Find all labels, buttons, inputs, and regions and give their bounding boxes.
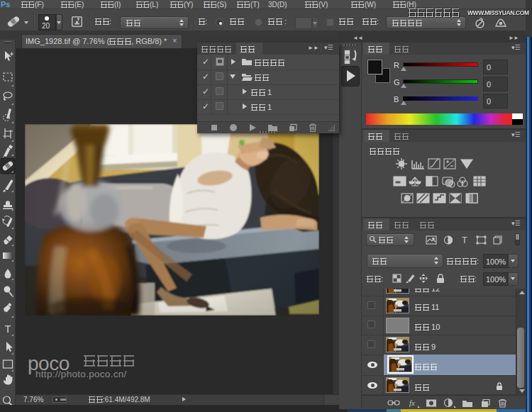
svg-text:fx: fx <box>409 399 415 407</box>
svg-text:T: T <box>5 323 11 335</box>
svg-text:T: T <box>462 235 467 245</box>
